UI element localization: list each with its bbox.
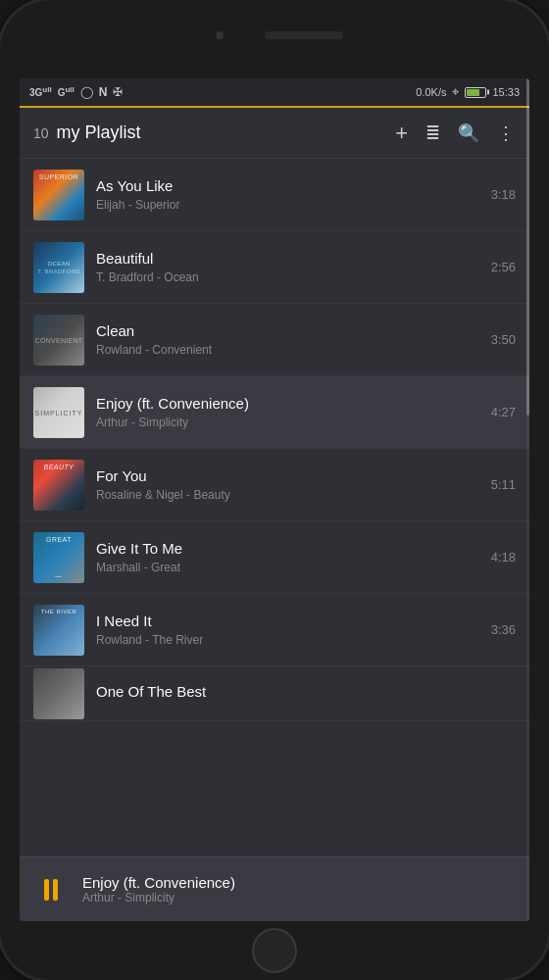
- track-artwork: SIMPLICITY: [33, 387, 84, 438]
- now-playing-info: Enjoy (ft. Convenience) Arthur - Simplic…: [82, 874, 516, 905]
- phone-top: [0, 0, 549, 78]
- art-text: CONVENIENT: [35, 336, 83, 343]
- pause-bar-right: [53, 879, 58, 901]
- track-title: I Need It: [96, 612, 481, 629]
- scroll-thumb: [526, 159, 529, 416]
- now-playing-title: Enjoy (ft. Convenience): [82, 874, 516, 891]
- track-info: I Need It Rowland - The River: [96, 612, 481, 647]
- status-right: 0.0K/s ⌖ 15:33: [416, 84, 520, 100]
- phone-shell: 3Gull Gull ◯ N ✠ 0.0K/s ⌖ 15:33 10 my Pl…: [0, 0, 549, 980]
- art-text: SUPERIOR: [39, 173, 79, 180]
- phone-bottom: [0, 921, 549, 980]
- track-duration: 4:27: [491, 405, 516, 419]
- track-duration: 4:18: [491, 550, 516, 564]
- track-subtitle: Rowland - Convenient: [96, 343, 481, 357]
- track-artwork: GREAT —: [33, 532, 84, 583]
- network-type-g: Gull: [58, 85, 75, 98]
- phone-screen: 3Gull Gull ◯ N ✠ 0.0K/s ⌖ 15:33 10 my Pl…: [20, 78, 529, 921]
- track-subtitle: Rowland - The River: [96, 633, 481, 647]
- track-item[interactable]: THE RIVER I Need It Rowland - The River …: [20, 594, 529, 666]
- search-button[interactable]: 🔍: [458, 122, 479, 144]
- track-subtitle: Elijah - Superior: [96, 198, 481, 212]
- art-label: —: [55, 572, 63, 579]
- track-subtitle: Marshall - Great: [96, 561, 481, 574]
- track-title: Beautiful: [96, 250, 481, 267]
- track-info: One Of The Best: [96, 683, 516, 704]
- track-item[interactable]: SUPERIOR As You Like Elijah - Superior 3…: [20, 159, 529, 231]
- pause-icon: [44, 879, 58, 901]
- art-text: beauty: [43, 464, 74, 470]
- battery-icon: [465, 87, 486, 98]
- track-subtitle: Arthur - Simplicity: [96, 416, 481, 429]
- camera-dot: [216, 31, 224, 39]
- app-header: 10 my Playlist + ≣ 🔍 ⋮: [20, 108, 529, 159]
- playlist-count: 10: [33, 125, 49, 141]
- usb-icon: ✠: [113, 85, 123, 99]
- track-duration: 3:50: [491, 332, 516, 347]
- art-text: GREAT: [46, 536, 72, 543]
- track-artwork: [33, 668, 84, 719]
- track-info: Clean Rowland - Convenient: [96, 322, 481, 357]
- status-left: 3Gull Gull ◯ N ✠: [29, 85, 123, 99]
- clock: 15:33: [492, 86, 520, 98]
- track-title: One Of The Best: [96, 683, 516, 700]
- speaker-grille: [265, 31, 343, 39]
- track-item[interactable]: CONVENIENT Clean Rowland - Convenient 3:…: [20, 304, 529, 376]
- status-bar: 3Gull Gull ◯ N ✠ 0.0K/s ⌖ 15:33: [20, 78, 529, 106]
- header-icons: + ≣ 🔍 ⋮: [395, 121, 516, 146]
- track-info: Beautiful T. Bradford - Ocean: [96, 250, 481, 284]
- track-title: For You: [96, 467, 481, 484]
- art-text: OCEANT. BRADFORD: [37, 259, 79, 275]
- track-item[interactable]: beauty For You Rosaline & Nigel - Beauty…: [20, 449, 529, 521]
- wifi-icon: ⌖: [452, 84, 459, 100]
- network-type-3g: 3Gull: [29, 85, 52, 98]
- now-playing-bar[interactable]: Enjoy (ft. Convenience) Arthur - Simplic…: [20, 857, 529, 921]
- sort-button[interactable]: ≣: [425, 122, 440, 144]
- home-button[interactable]: [252, 928, 297, 973]
- playlist-title: my Playlist: [57, 122, 396, 143]
- track-artwork: SUPERIOR: [33, 170, 84, 220]
- art-text: THE RIVER: [41, 609, 77, 614]
- track-artwork: THE RIVER: [33, 605, 84, 656]
- track-title: Give It To Me: [96, 540, 481, 557]
- more-button[interactable]: ⋮: [497, 122, 516, 144]
- track-list: SUPERIOR As You Like Elijah - Superior 3…: [20, 159, 529, 857]
- art-text: SIMPLICITY: [35, 409, 83, 416]
- battery-fill: [467, 89, 479, 96]
- track-duration: 2:56: [491, 260, 516, 274]
- add-button[interactable]: +: [395, 121, 408, 146]
- track-item[interactable]: GREAT — Give It To Me Marshall - Great 4…: [20, 521, 529, 594]
- pause-bar-left: [44, 879, 49, 901]
- track-item[interactable]: One Of The Best: [20, 666, 529, 721]
- track-duration: 3:36: [491, 622, 516, 637]
- track-duration: 3:18: [491, 187, 516, 202]
- track-title: Enjoy (ft. Convenience): [96, 395, 481, 412]
- track-subtitle: T. Bradford - Ocean: [96, 270, 481, 284]
- track-item[interactable]: SIMPLICITY Enjoy (ft. Convenience) Arthu…: [20, 376, 529, 449]
- track-info: Give It To Me Marshall - Great: [96, 540, 481, 574]
- track-subtitle: Rosaline & Nigel - Beauty: [96, 488, 481, 502]
- track-info: For You Rosaline & Nigel - Beauty: [96, 467, 481, 502]
- track-artwork: OCEANT. BRADFORD: [33, 242, 84, 293]
- track-duration: 5:11: [491, 477, 516, 492]
- now-playing-subtitle: Arthur - Simplicity: [82, 891, 516, 905]
- scroll-indicator: [526, 159, 529, 857]
- network-speed: 0.0K/s: [416, 86, 446, 98]
- track-title: As You Like: [96, 177, 481, 194]
- track-artwork: beauty: [33, 460, 84, 511]
- n-icon: N: [99, 85, 108, 99]
- track-item[interactable]: OCEANT. BRADFORD Beautiful T. Bradford -…: [20, 231, 529, 304]
- circle-icon: ◯: [80, 85, 93, 99]
- track-info: As You Like Elijah - Superior: [96, 177, 481, 212]
- track-title: Clean: [96, 322, 481, 339]
- track-artwork: CONVENIENT: [33, 315, 84, 366]
- track-info: Enjoy (ft. Convenience) Arthur - Simplic…: [96, 395, 481, 429]
- pause-button[interactable]: [33, 872, 69, 907]
